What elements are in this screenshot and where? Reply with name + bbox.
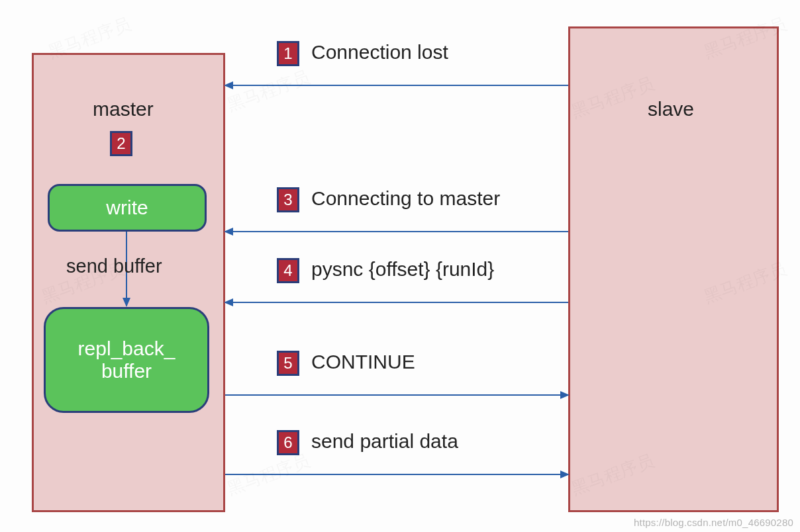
write-box: write <box>48 184 207 232</box>
step-5-text: CONTINUE <box>311 351 415 373</box>
source-watermark: https://blog.csdn.net/m0_46690280 <box>634 517 793 528</box>
write-label: write <box>106 197 148 220</box>
step-3-badge: 3 <box>277 187 299 212</box>
arrow-step-5 <box>225 394 568 396</box>
send-buffer-label: send buffer <box>66 255 162 277</box>
step-4-text: pysnc {offset} {runId} <box>311 258 494 281</box>
step-5-badge: 5 <box>277 351 299 376</box>
slave-title: slave <box>648 98 694 120</box>
step-4-badge: 4 <box>277 258 299 283</box>
repl-back-buffer-box: repl_back_ buffer <box>44 307 209 413</box>
arrow-step-4 <box>225 302 568 303</box>
step-3-text: Connecting to master <box>311 187 500 210</box>
master-title: master <box>93 98 154 120</box>
step-6-badge: 6 <box>277 430 299 455</box>
ghost-watermark: 黑马程序员 <box>224 66 313 116</box>
repl-back-buffer-label: repl_back_ buffer <box>78 337 175 383</box>
step-1-text: Connection lost <box>311 41 448 64</box>
arrow-step-1 <box>225 85 568 86</box>
step-6-text: send partial data <box>311 430 458 453</box>
arrow-step-6 <box>225 474 568 475</box>
step-2-badge: 2 <box>110 131 132 156</box>
arrow-step-3 <box>225 231 568 232</box>
master-box <box>32 53 225 512</box>
step-1-badge: 1 <box>277 41 299 66</box>
